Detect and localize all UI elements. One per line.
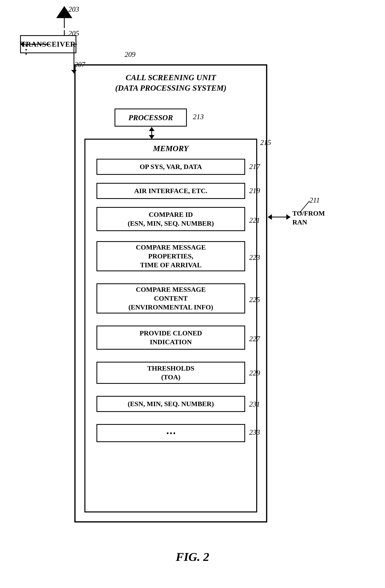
label-229: 229 <box>249 369 260 377</box>
box-217: OP SYS, VAR, DATA <box>96 159 245 175</box>
label-203: 203 <box>68 5 79 13</box>
csu-line2: (DATA PROCESSING SYSTEM) <box>74 83 267 93</box>
processor-box: PROCESSOR <box>114 108 187 126</box>
box-231: (ESN, MIN, SEQ. NUMBER) <box>96 396 245 412</box>
label-233: 233 <box>249 428 260 437</box>
box-227-label: PROVIDE CLONED INDICATION <box>140 329 202 346</box>
box-219-label: AIR INTERFACE, ETC. <box>134 187 207 195</box>
box-217-label: OP SYS, VAR, DATA <box>140 162 202 171</box>
label-217: 217 <box>249 162 260 171</box>
csu-title: CALL SCREENING UNIT (DATA PROCESSING SYS… <box>74 68 267 93</box>
label-219: 219 <box>249 187 260 195</box>
box-227: PROVIDE CLONED INDICATION <box>96 326 245 350</box>
box-229: THRESHOLDS (TOA) <box>96 362 245 384</box>
box-219: AIR INTERFACE, ETC. <box>96 183 245 199</box>
label-225: 225 <box>249 295 260 304</box>
label-223: 223 <box>249 253 260 262</box>
svg-marker-10 <box>286 214 290 220</box>
box-221-label: COMPARE ID (ESN, MIN, SEQ. NUMBER) <box>128 210 214 228</box>
box-233: ⋯ <box>96 424 245 442</box>
diagram-container: 203 205 ⋮ TRANSCEIVER 207 209 CALL SCREE… <box>0 0 385 588</box>
label-209: 209 <box>125 50 135 59</box>
box-233-label: ⋯ <box>166 427 176 439</box>
label-215: 215 <box>260 138 271 147</box>
box-225: COMPARE MESSAGE CONTENT (ENVIRONMENTAL I… <box>96 283 245 314</box>
label-211: 211 <box>309 196 320 204</box>
box-229-label: THRESHOLDS (TOA) <box>147 364 194 382</box>
label-221: 221 <box>249 216 260 225</box>
tofrom-ran-label: TO/FROM RAN <box>292 209 325 227</box>
transceiver-box: TRANSCEIVER <box>20 35 76 53</box>
memory-title: MEMORY <box>85 141 257 153</box>
box-221: COMPARE ID (ESN, MIN, SEQ. NUMBER) <box>96 207 245 231</box>
transceiver-label: TRANSCEIVER <box>21 40 76 48</box>
label-231: 231 <box>249 400 260 408</box>
box-231-label: (ESN, MIN, SEQ. NUMBER) <box>128 399 214 408</box>
processor-label: PROCESSOR <box>128 113 173 122</box>
svg-marker-11 <box>268 214 272 220</box>
fig-label: FIG. 2 <box>0 550 385 564</box>
label-213: 213 <box>193 113 204 121</box>
box-223: COMPARE MESSAGE PROPERTIES, TIME OF ARRI… <box>96 241 245 271</box>
box-223-label: COMPARE MESSAGE PROPERTIES, TIME OF ARRI… <box>136 243 206 270</box>
label-227: 227 <box>249 335 260 343</box>
box-225-label: COMPARE MESSAGE CONTENT (ENVIRONMENTAL I… <box>128 285 213 312</box>
antenna-line <box>64 18 65 28</box>
csu-line1: CALL SCREENING UNIT <box>74 72 267 83</box>
